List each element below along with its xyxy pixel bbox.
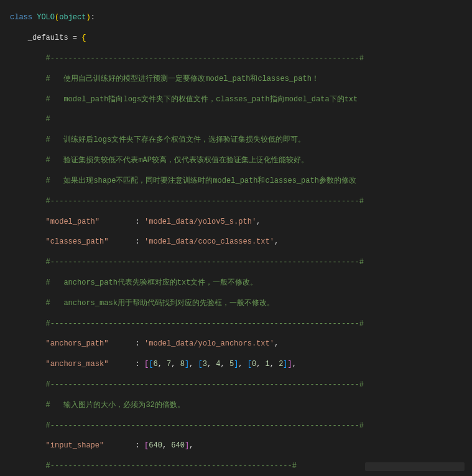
code-line: # (5, 114, 472, 124)
code-line: # 输入图片的大小，必须为32的倍数。 (5, 400, 472, 410)
code-line: #---------------------------------------… (5, 421, 472, 431)
horizontal-scrollbar[interactable] (365, 462, 465, 471)
code-line: "input_shape" : [640, 640], (5, 441, 472, 451)
code-line: "classes_path" : 'model_data/coco_classe… (5, 237, 472, 247)
code-line: # anchors_mask用于帮助代码找到对应的先验框，一般不修改。 (5, 298, 472, 308)
code-editor[interactable]: class YOLO(object): _defaults = { #-----… (5, 0, 472, 476)
code-line: #---------------------------------------… (5, 319, 472, 329)
code-line: # model_path指向logs文件夹下的权值文件，classes_path… (5, 94, 472, 104)
code-line: class YOLO(object): (5, 12, 472, 22)
code-line: "anchors_path" : 'model_data/yolo_anchor… (5, 339, 472, 349)
code-line: #---------------------------------------… (5, 53, 472, 63)
code-line: # 训练好后logs文件夹下存在多个权值文件，选择验证集损失较低的即可。 (5, 135, 472, 145)
code-line: #---------------------------------------… (5, 380, 472, 390)
code-line: "model_path" : 'model_data/yolov5_s.pth'… (5, 217, 472, 227)
code-line: #---------------------------------------… (5, 196, 472, 206)
code-line: # anchors_path代表先验框对应的txt文件，一般不修改。 (5, 278, 472, 288)
code-line: # 使用自己训练好的模型进行预测一定要修改model_path和classes_… (5, 74, 472, 84)
code-line: #---------------------------------------… (5, 257, 472, 267)
code-line: _defaults = { (5, 33, 472, 43)
gutter (0, 0, 5, 476)
code-line: # 验证集损失较低不代表mAP较高，仅代表该权值在验证集上泛化性能较好。 (5, 155, 472, 165)
code-line: # 如果出现shape不匹配，同时要注意训练时的model_path和class… (5, 176, 472, 186)
code-line: "anchors_mask" : [[6, 7, 8], [3, 4, 5], … (5, 359, 472, 369)
